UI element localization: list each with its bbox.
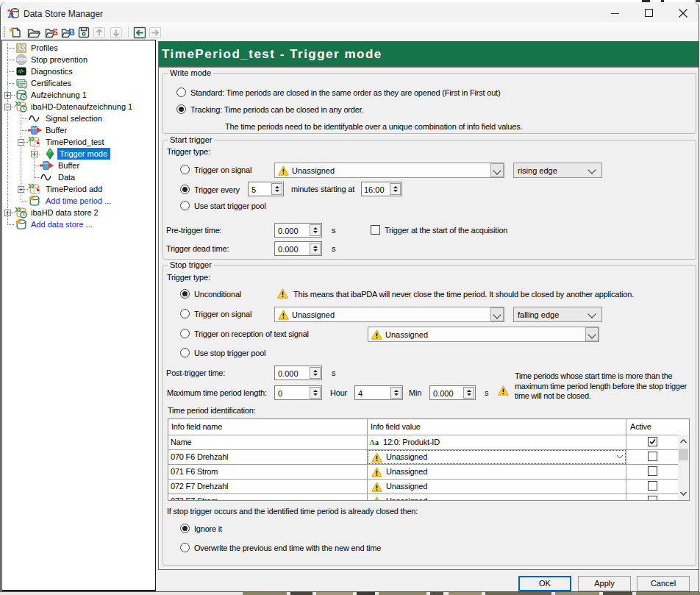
- svg-text:S: S: [52, 27, 58, 38]
- svg-text:B: B: [68, 27, 75, 38]
- svg-text:a: a: [375, 438, 379, 446]
- svg-text:A: A: [369, 438, 375, 446]
